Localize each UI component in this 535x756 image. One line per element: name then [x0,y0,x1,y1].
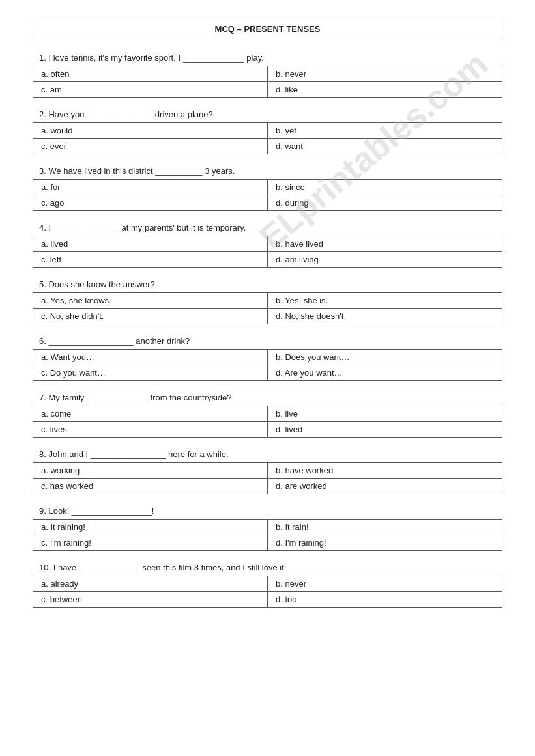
option-b-9: b. It rain! [268,520,502,535]
question-block-10: 10. I have _____________ seen this film … [33,560,502,608]
option-d-8: d. are worked [268,479,502,494]
option-a-3: a. for [33,180,268,195]
option-c-7: c. lives [33,422,268,438]
question-text-3: 3. We have lived in this district ______… [33,163,502,179]
option-a-4: a. lived [33,236,268,252]
option-a-5: a. Yes, she knows. [33,293,268,309]
question-block-5: 5. Does she know the answer?a. Yes, she … [33,277,502,324]
option-d-9: d. I'm raining! [268,535,502,551]
question-block-4: 4. I ______________ at my parents' but i… [33,220,502,268]
option-a-10: a. already [33,576,268,592]
question-block-3: 3. We have lived in this district ______… [33,163,502,211]
option-d-4: d. am living [268,252,502,268]
question-table-9: a. It raining!b. It rain!c. I'm raining!… [33,519,502,551]
question-text-4: 4. I ______________ at my parents' but i… [33,220,502,236]
option-b-7: b. live [268,406,502,422]
option-a-8: a. working [33,463,268,479]
option-b-1: b. never [268,66,502,82]
option-c-1: c. am [33,82,268,98]
option-b-6: b. Does you want… [268,350,502,365]
option-d-1: d. like [268,82,502,98]
question-block-2: 2. Have you ______________ driven a plan… [33,107,502,154]
question-text-10: 10. I have _____________ seen this film … [33,560,502,576]
option-d-5: d. No, she doesn't. [268,309,502,324]
option-a-2: a. would [33,123,268,139]
question-text-8: 8. John and I ________________ here for … [33,447,502,462]
question-table-7: a. comeb. livec. livesd. lived [33,406,502,438]
option-d-2: d. want [268,139,502,154]
question-table-5: a. Yes, she knows.b. Yes, she is.c. No, … [33,292,502,324]
option-a-7: a. come [33,406,268,422]
option-b-10: b. never [268,576,502,592]
option-b-3: b. since [268,180,502,195]
question-table-8: a. workingb. have workedc. has workedd. … [33,462,502,494]
question-table-1: a. oftenb. neverc. amd. like [33,66,502,98]
option-c-10: c. between [33,592,268,608]
question-table-6: a. Want you…b. Does you want…c. Do you w… [33,349,502,381]
option-c-3: c. ago [33,195,268,211]
question-text-2: 2. Have you ______________ driven a plan… [33,107,502,122]
question-table-10: a. alreadyb. neverc. betweend. too [33,576,502,608]
question-text-5: 5. Does she know the answer? [33,277,502,292]
question-block-9: 9. Look! _________________!a. It raining… [33,503,502,551]
question-block-8: 8. John and I ________________ here for … [33,447,502,494]
option-b-2: b. yet [268,123,502,139]
question-text-9: 9. Look! _________________! [33,503,502,519]
option-d-7: d. lived [268,422,502,438]
option-a-1: a. often [33,66,268,82]
option-a-6: a. Want you… [33,350,268,365]
option-c-6: c. Do you want… [33,365,268,381]
question-block-1: 1. I love tennis, it's my favorite sport… [33,50,502,98]
option-b-4: b. have lived [268,236,502,252]
question-block-6: 6. __________________ another drink?a. W… [33,333,502,381]
option-d-10: d. too [268,592,502,608]
option-c-9: c. I'm raining! [33,535,268,551]
option-d-3: d. during [268,195,502,211]
question-table-4: a. livedb. have livedc. leftd. am living [33,236,502,268]
question-block-7: 7. My family _____________ from the coun… [33,390,502,438]
question-table-2: a. wouldb. yetc. everd. want [33,122,502,154]
question-text-6: 6. __________________ another drink? [33,333,502,349]
option-b-8: b. have worked [268,463,502,479]
option-b-5: b. Yes, she is. [268,293,502,309]
option-c-4: c. left [33,252,268,268]
option-d-6: d. Are you want… [268,365,502,381]
option-a-9: a. It raining! [33,520,268,535]
question-text-1: 1. I love tennis, it's my favorite sport… [33,50,502,66]
question-table-3: a. forb. sincec. agod. during [33,179,502,211]
option-c-5: c. No, she didn't. [33,309,268,324]
option-c-2: c. ever [33,139,268,154]
option-c-8: c. has worked [33,479,268,494]
question-text-7: 7. My family _____________ from the coun… [33,390,502,406]
page-title: MCQ – PRESENT TENSES [33,20,502,38]
